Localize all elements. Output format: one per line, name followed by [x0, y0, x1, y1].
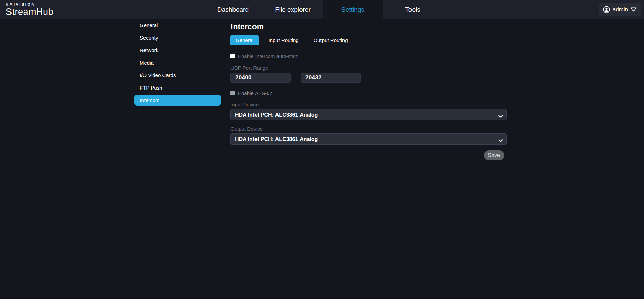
footer-strip — [0, 297, 644, 299]
sidebar-item-ftp-push[interactable]: FTP Push — [134, 82, 221, 93]
aes67-label: Enable AES-67 — [238, 90, 272, 96]
nav-file-explorer[interactable]: File explorer — [263, 0, 323, 19]
tab-bar: General Input Routing Output Routing — [230, 35, 507, 45]
page-title: Intercom — [231, 22, 264, 31]
output-device-select-wrap: HDA Intel PCH: ALC3861 Analog — [230, 133, 507, 145]
user-menu-button[interactable]: admin — [599, 3, 641, 16]
brand-haivision: HAIVISION — [6, 2, 53, 6]
aes67-checkbox[interactable] — [230, 91, 235, 95]
auto-start-row: Enable Intercom auto-start — [230, 53, 298, 59]
intercom-settings-panel: Intercom General Input Routing Output Ro… — [230, 19, 507, 208]
auto-start-checkbox[interactable] — [230, 54, 235, 58]
brand-logo: HAIVISION StreamHub — [6, 2, 53, 17]
auto-start-label: Enable Intercom auto-start — [238, 53, 298, 59]
nav-settings[interactable]: Settings — [323, 0, 383, 19]
chevron-down-icon — [630, 7, 637, 12]
udp-port-range-label: UDP Port Range — [230, 65, 268, 71]
top-bar: HAIVISION StreamHub Dashboard File explo… — [0, 0, 644, 19]
nav-dashboard[interactable]: Dashboard — [203, 0, 263, 19]
output-device-label: Output Device — [230, 126, 263, 132]
sidebar-item-media[interactable]: Media — [134, 57, 221, 68]
user-avatar-icon — [603, 6, 610, 13]
udp-port-range-row — [230, 73, 361, 83]
aes67-row: Enable AES-67 — [230, 90, 272, 96]
tab-input-routing[interactable]: Input Routing — [263, 35, 304, 45]
input-device-label: Input Device — [230, 102, 259, 107]
sidebar-item-intercom[interactable]: Intercom — [134, 95, 221, 106]
sidebar-item-security[interactable]: Security — [134, 32, 221, 43]
app-root: HAIVISION StreamHub Dashboard File explo… — [0, 0, 644, 299]
settings-sidebar: General Security Network Media I/O Video… — [134, 20, 221, 107]
save-button[interactable]: Save — [484, 150, 504, 160]
tab-general[interactable]: General — [230, 35, 259, 45]
top-nav: Dashboard File explorer Settings Tools — [203, 0, 443, 19]
user-name: admin — [613, 6, 628, 13]
udp-port-from-input[interactable] — [230, 73, 291, 83]
sidebar-item-network[interactable]: Network — [134, 45, 221, 56]
sidebar-item-general[interactable]: General — [134, 20, 221, 31]
brand-streamhub: StreamHub — [6, 7, 53, 17]
sidebar-item-io-video-cards[interactable]: I/O Video Cards — [134, 70, 221, 81]
input-device-select-wrap: HDA Intel PCH: ALC3861 Analog — [230, 109, 507, 120]
nav-tools[interactable]: Tools — [383, 0, 443, 19]
udp-port-to-input[interactable] — [301, 73, 361, 83]
output-device-select[interactable]: HDA Intel PCH: ALC3861 Analog — [230, 133, 507, 145]
input-device-select[interactable]: HDA Intel PCH: ALC3861 Analog — [230, 109, 507, 120]
tab-output-routing[interactable]: Output Routing — [309, 35, 353, 45]
